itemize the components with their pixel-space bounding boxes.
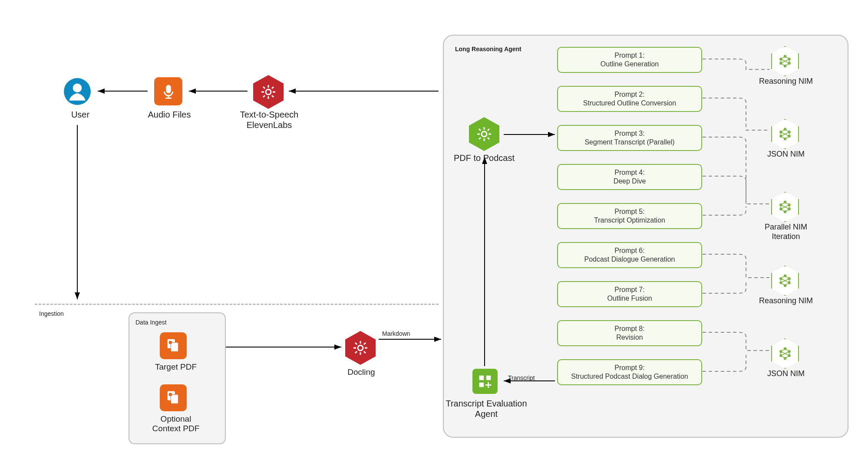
document-icon xyxy=(160,332,187,359)
prompt-5: Prompt 5:Transcript Optimization xyxy=(557,203,702,229)
svg-point-96 xyxy=(788,354,790,357)
svg-point-66 xyxy=(788,204,790,206)
svg-rect-99 xyxy=(171,342,178,351)
svg-line-13 xyxy=(263,95,265,97)
svg-rect-24 xyxy=(486,376,491,380)
svg-point-53 xyxy=(780,135,782,137)
svg-point-39 xyxy=(780,62,782,64)
pdf-to-podcast-node xyxy=(469,117,499,151)
svg-point-81 xyxy=(780,282,782,284)
network-icon xyxy=(778,127,792,141)
data-ingest-title: Data Ingest xyxy=(135,318,167,326)
docling-label: Docling xyxy=(335,367,387,377)
svg-point-14 xyxy=(482,131,487,137)
microphone-icon xyxy=(154,77,182,105)
docling-node xyxy=(345,331,376,365)
svg-rect-23 xyxy=(479,376,484,380)
gear-icon xyxy=(345,331,376,365)
audio-files-node xyxy=(154,77,182,105)
svg-point-1 xyxy=(73,83,82,92)
svg-line-112 xyxy=(355,351,357,353)
grid-plus-icon xyxy=(472,369,498,394)
svg-point-64 xyxy=(784,201,786,203)
svg-point-67 xyxy=(780,208,782,210)
svg-line-22 xyxy=(479,138,481,139)
tea-label-1: Transcript Evaluation xyxy=(439,398,534,409)
audio-files-label: Audio Files xyxy=(139,109,200,120)
svg-line-12 xyxy=(272,87,274,88)
network-icon xyxy=(778,347,792,361)
svg-rect-102 xyxy=(171,394,178,403)
svg-line-111 xyxy=(364,343,366,344)
prompt-4: Prompt 4:Deep Dive xyxy=(557,164,702,190)
user-node xyxy=(63,77,92,106)
svg-line-20 xyxy=(488,138,489,139)
svg-line-110 xyxy=(364,351,366,353)
svg-point-94 xyxy=(788,351,790,353)
svg-point-95 xyxy=(780,354,782,357)
prompt-3: Prompt 3:Segment Transcript (Parallel) xyxy=(557,125,702,151)
svg-rect-25 xyxy=(479,383,484,387)
markdown-label: Markdown xyxy=(382,330,410,338)
prompt-9: Prompt 9:Structured Podcast Dialog Gener… xyxy=(557,359,702,385)
svg-point-100 xyxy=(169,341,172,344)
transcript-label: Transcript xyxy=(508,374,535,382)
nim-reasoning-1 xyxy=(771,46,799,76)
svg-point-55 xyxy=(784,138,786,140)
nim-json-1-label: JSON NIM xyxy=(751,149,821,159)
ingestion-divider xyxy=(35,304,439,305)
nim-parallel-label-2: Iteration xyxy=(751,232,821,242)
tea-label-2: Agent xyxy=(439,409,534,420)
pdf-to-podcast-label: PDF to Podcast xyxy=(447,153,521,164)
target-pdf-node xyxy=(160,332,187,359)
nim-parallel-label-1: Parallel NIM xyxy=(751,222,821,232)
long-reasoning-title: Long Reasoning Agent xyxy=(455,45,521,53)
svg-rect-2 xyxy=(166,85,171,93)
svg-point-54 xyxy=(788,135,790,137)
svg-point-83 xyxy=(784,285,786,287)
ingestion-label: Ingestion xyxy=(39,310,64,318)
svg-point-37 xyxy=(780,58,782,60)
svg-point-80 xyxy=(788,278,790,280)
optional-pdf-node xyxy=(160,384,187,411)
nim-parallel xyxy=(771,192,799,222)
svg-point-41 xyxy=(784,65,786,67)
nim-reasoning-2 xyxy=(771,265,799,296)
svg-line-19 xyxy=(479,129,481,131)
svg-line-10 xyxy=(263,87,265,88)
network-icon xyxy=(778,274,792,288)
svg-point-103 xyxy=(169,393,172,397)
document-icon xyxy=(160,384,187,411)
svg-point-78 xyxy=(784,275,786,277)
svg-point-92 xyxy=(784,347,786,350)
diagram-canvas: User Audio Files Text-to-Speech ElevenLa… xyxy=(0,0,868,449)
svg-point-68 xyxy=(788,208,790,210)
prompt-6: Prompt 6:Podcast Dialogue Generation xyxy=(557,242,702,268)
svg-point-40 xyxy=(788,62,790,64)
network-icon xyxy=(778,200,792,214)
nim-json-2-label: JSON NIM xyxy=(751,369,821,379)
prompt-7: Prompt 7:Outline Fusion xyxy=(557,281,702,307)
nim-reasoning-2-label: Reasoning NIM xyxy=(751,296,821,306)
svg-point-65 xyxy=(780,204,782,206)
svg-point-5 xyxy=(266,89,271,95)
svg-line-109 xyxy=(355,343,357,344)
svg-point-93 xyxy=(780,351,782,353)
svg-point-38 xyxy=(788,58,790,60)
svg-point-52 xyxy=(788,131,790,133)
svg-point-51 xyxy=(780,131,782,133)
opt-pdf-label-2: Context PDF xyxy=(143,423,208,434)
svg-point-79 xyxy=(780,278,782,280)
svg-line-21 xyxy=(488,129,489,131)
svg-point-69 xyxy=(784,211,786,213)
prompt-8: Prompt 8:Revision xyxy=(557,320,702,346)
svg-point-50 xyxy=(784,128,786,130)
tts-label-2: ElevenLabs xyxy=(230,120,308,131)
nim-reasoning-1-label: Reasoning NIM xyxy=(751,76,821,86)
svg-point-97 xyxy=(784,357,786,360)
gear-icon xyxy=(253,75,284,109)
svg-point-82 xyxy=(788,282,790,284)
tts-label-1: Text-to-Speech xyxy=(230,109,308,120)
prompt-1: Prompt 1:Outline Generation xyxy=(557,47,702,73)
svg-point-104 xyxy=(358,345,363,351)
